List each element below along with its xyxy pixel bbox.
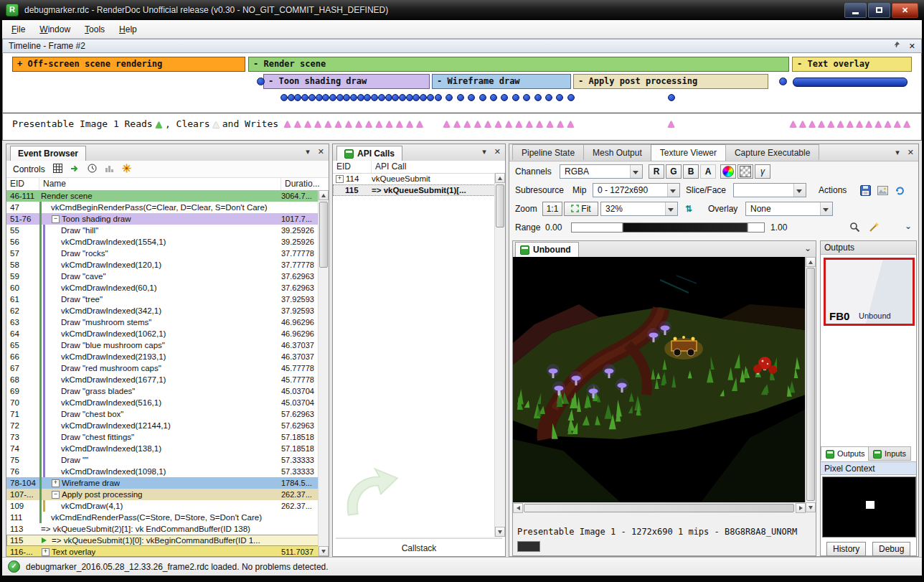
event-browser-scrollbar[interactable] [318, 190, 329, 556]
maximize-button[interactable] [868, 3, 890, 18]
stats-chart-icon[interactable] [105, 164, 114, 175]
draw-call-dot[interactable] [399, 94, 406, 101]
event-row[interactable]: 58vkCmdDrawIndexed(120,1)37.77778 [6, 259, 319, 271]
panel-menu-icon[interactable]: ▾ [482, 147, 486, 156]
goto-eid-icon[interactable] [70, 164, 80, 175]
draw-call-dot[interactable] [479, 94, 486, 101]
sliceface-dropdown[interactable] [733, 183, 806, 197]
draw-call-dot[interactable] [329, 94, 336, 101]
panel-close-icon[interactable]: ✕ [908, 148, 914, 157]
collapse-icon[interactable]: − [52, 215, 60, 223]
timeline-close-icon[interactable]: ✕ [909, 42, 915, 51]
draw-call-dot[interactable] [490, 94, 497, 101]
texture-view[interactable] [513, 257, 806, 502]
event-row[interactable]: 111vkCmdEndRenderPass(C=Store, D=Store, … [6, 512, 319, 523]
draw-call-dot[interactable] [343, 94, 350, 101]
draw-call-dot[interactable] [280, 94, 288, 101]
channels-dropdown[interactable]: RGBA [560, 164, 643, 179]
event-browser-tab[interactable]: Event Browser [10, 146, 86, 161]
api-call-row[interactable]: 115=> vkQueueSubmit(1)[... [333, 184, 495, 196]
fit-button[interactable]: Fit [564, 202, 598, 216]
event-row[interactable]: 64vkCmdDrawIndexed(1062,1)46.96296 [6, 328, 319, 339]
draw-call-dot[interactable] [668, 94, 675, 101]
panel-menu-icon[interactable]: ▾ [895, 148, 900, 157]
zoom-1to1-button[interactable]: 1:1 [542, 202, 562, 216]
texture-list-chevron[interactable]: ⌄ [804, 243, 811, 253]
draw-call-dot[interactable] [512, 94, 519, 101]
texture-vscrollbar[interactable] [805, 257, 816, 512]
draw-call-dot[interactable] [294, 94, 301, 101]
minimize-button[interactable] [844, 3, 867, 18]
callstack-splitter[interactable] [336, 537, 502, 539]
draw-call-dot[interactable] [378, 94, 385, 101]
draw-call-dot[interactable] [364, 94, 371, 101]
draw-call-dot[interactable] [534, 94, 542, 101]
draw-call-dot[interactable] [779, 78, 787, 85]
overlay-dropdown[interactable]: None [745, 202, 833, 216]
pixel-context-view[interactable] [822, 477, 916, 538]
tab-pipeline-state[interactable]: Pipeline State [512, 144, 584, 160]
texture-hscrollbar[interactable] [513, 502, 806, 513]
expand-icon[interactable]: + [42, 548, 50, 556]
range-options-chevron[interactable]: ⌄ [902, 220, 914, 235]
expand-icon[interactable]: + [336, 175, 344, 183]
event-row[interactable]: 116-...+Text overlay511.7037 [6, 546, 319, 556]
tab-capture-executable[interactable]: Capture Executable [725, 144, 819, 160]
event-row[interactable]: 46-111Render scene3064.7... [6, 190, 319, 202]
draw-call-dot[interactable] [350, 94, 357, 101]
draw-call-dot[interactable] [406, 94, 413, 101]
color-wheel-button[interactable] [720, 164, 736, 179]
column-name[interactable]: Name [39, 178, 281, 190]
event-row[interactable]: 70vkCmdDrawIndexed(516,1)45.03704 [6, 397, 319, 408]
menu-window[interactable]: Window [32, 22, 77, 37]
draw-call-dot[interactable] [501, 94, 508, 101]
texture-tab-unbound[interactable]: Unbound [515, 242, 579, 257]
draw-call-dot[interactable] [336, 94, 344, 101]
table-icon[interactable] [53, 164, 62, 175]
api-calls-scrollbar[interactable] [494, 173, 505, 537]
column-eid[interactable]: EID [6, 178, 39, 190]
zoom-dropdown[interactable]: 32% [600, 202, 678, 216]
tab-texture-viewer[interactable]: Texture Viewer [651, 144, 726, 161]
draw-call-dot[interactable] [545, 94, 552, 101]
green-channel-button[interactable]: G [666, 164, 682, 179]
fb0-thumbnail[interactable]: FB0 Unbound [824, 258, 915, 326]
mip-dropdown[interactable]: 0 - 1272x690 [593, 183, 680, 197]
event-row[interactable]: 113=> vkQueueSubmit(2)[1]: vk EndCommand… [6, 523, 319, 535]
event-row[interactable]: 71Draw "chest box"57.62963 [6, 408, 319, 420]
draw-call-dot[interactable] [420, 94, 427, 101]
draw-call-dot[interactable] [457, 94, 464, 101]
draw-call-dot[interactable] [556, 94, 563, 101]
draw-call-dot[interactable] [316, 94, 323, 101]
draw-call-dot[interactable] [385, 94, 392, 101]
event-row[interactable]: 63Draw "mushroom stems"46.96296 [6, 316, 319, 328]
event-row[interactable]: 60vkCmdDrawIndexed(60,1)37.62963 [6, 282, 319, 294]
event-row[interactable]: 65Draw "blue mushroom caps"46.37037 [6, 339, 319, 351]
event-row[interactable]: 107-...−Apply post processing262.37... [6, 489, 319, 500]
timeline-marker-bar[interactable]: - Render scene [248, 57, 789, 72]
timeline-marker-bar[interactable]: - Toon shading draw [263, 74, 430, 89]
draw-call-dot[interactable] [301, 94, 308, 101]
debug-button[interactable]: Debug [872, 542, 910, 556]
menu-tools[interactable]: Tools [77, 22, 112, 37]
event-row[interactable]: 73Draw "chest fittings"57.18518 [6, 431, 319, 443]
draw-call-dot[interactable] [392, 94, 399, 101]
panel-close-icon[interactable]: ✕ [318, 147, 324, 156]
range-slider[interactable] [571, 222, 765, 233]
timeline-marker-bar[interactable]: + Off-screen scene rendering [12, 57, 245, 72]
pin-icon[interactable] [892, 41, 900, 51]
draw-call-dot[interactable] [257, 78, 265, 85]
draw-call-dot[interactable] [322, 94, 329, 101]
event-row[interactable]: 61Draw "tree"37.92593 [6, 294, 319, 305]
draw-call-dot[interactable] [371, 94, 378, 101]
magnifier-icon[interactable] [849, 222, 860, 235]
close-button[interactable]: ✕ [892, 3, 918, 18]
draw-call-dot[interactable] [412, 94, 420, 101]
star-icon[interactable] [122, 164, 131, 175]
event-row[interactable]: 67Draw "red mushroom caps"45.77778 [6, 362, 319, 374]
draw-call-dot[interactable] [468, 94, 475, 101]
refresh-icon[interactable] [895, 185, 905, 198]
menu-help[interactable]: Help [112, 22, 144, 37]
column-eid[interactable]: EID [333, 161, 372, 173]
collapse-icon[interactable]: − [52, 491, 60, 499]
